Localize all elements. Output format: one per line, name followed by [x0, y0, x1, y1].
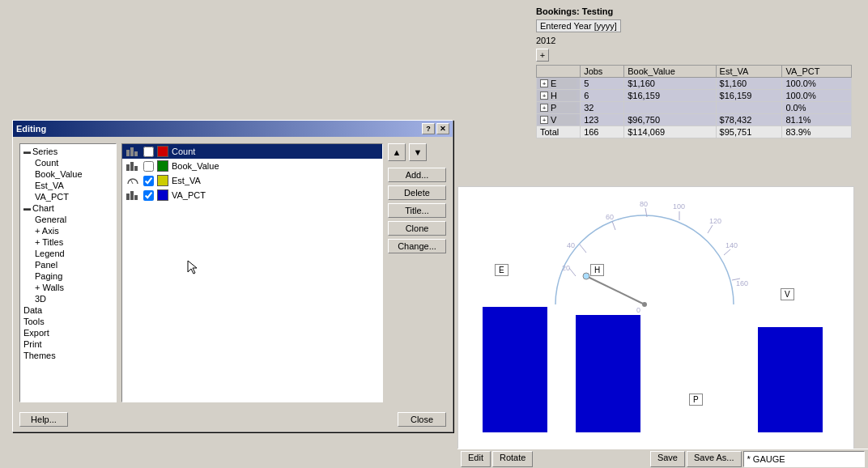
add-button[interactable]: Add... [388, 168, 446, 182]
help-title-btn[interactable]: ? [422, 123, 435, 134]
tree-series-group[interactable]: ▬ Series [22, 146, 114, 157]
row-p-est-va [716, 102, 782, 114]
svg-rect-8 [130, 191, 134, 200]
series-item-va-pct[interactable]: VA_PCT [122, 188, 382, 202]
bottom-toolbar: Edit Rotate Save Save As... [457, 449, 868, 468]
row-h-key: + H [537, 90, 581, 102]
bookings-table: Jobs Book_Value Est_VA VA_PCT + E 5 $1,1… [536, 65, 852, 138]
tree-export[interactable]: Export [22, 327, 114, 338]
series-group-label: Series [32, 147, 57, 156]
svg-rect-2 [134, 151, 138, 156]
total-jobs: 166 [581, 126, 624, 138]
row-e-key: + E [537, 78, 581, 90]
title-button[interactable]: Title... [388, 203, 446, 218]
tree-paging[interactable]: Paging [33, 270, 114, 282]
tree-themes[interactable]: Themes [22, 350, 114, 361]
chart-children: General + Axis + Titles Legend Panel Pag… [22, 214, 114, 304]
move-up-btn[interactable]: ▲ [388, 143, 406, 161]
col-va-pct: VA_PCT [782, 66, 852, 78]
save-btn[interactable]: Save [650, 451, 685, 467]
tree-legend[interactable]: Legend [33, 248, 114, 259]
edit-btn[interactable]: Edit [461, 451, 491, 467]
svg-rect-3 [126, 164, 130, 171]
bar-chart-icon-count [126, 146, 140, 157]
row-h-va-pct: 100.0% [782, 90, 852, 102]
gauge-name-input[interactable] [743, 451, 866, 467]
gauge-icon-est-va [126, 175, 140, 186]
svg-rect-5 [134, 166, 138, 171]
p-label-box: P [689, 394, 703, 406]
tree-va-pct[interactable]: VA_PCT [33, 191, 114, 202]
tree-data[interactable]: Data [22, 304, 114, 316]
col-book-value: Book_Value [624, 66, 716, 78]
va-pct-label: VA_PCT [172, 190, 206, 200]
arrow-buttons: ▲ ▼ [388, 143, 446, 161]
tree-walls[interactable]: + Walls [33, 282, 114, 293]
svg-rect-7 [126, 194, 130, 200]
entered-year-value: 2012 [536, 36, 852, 45]
move-down-btn[interactable]: ▼ [409, 143, 427, 161]
tree-panel[interactable]: Panel [33, 259, 114, 270]
series-expander: ▬ [23, 147, 31, 155]
expand-e[interactable]: + [540, 79, 548, 87]
editing-window: Editing ? ✕ ▬ Series Count Book_Value Es… [12, 120, 453, 432]
count-checkbox[interactable] [143, 147, 154, 157]
chart-area: 20 40 60 80 100 120 140 160 0 E H P V [457, 186, 854, 453]
chart-expander: ▬ [23, 204, 31, 212]
tree-est-va[interactable]: Est_VA [33, 180, 114, 191]
est-va-checkbox[interactable] [143, 176, 154, 186]
expand-p[interactable]: + [540, 104, 548, 112]
row-h-est-va: $16,159 [716, 90, 782, 102]
change-button[interactable]: Change... [388, 239, 446, 253]
table-row-total: Total 166 $114,069 $95,751 83.9% [537, 126, 852, 138]
col-key [537, 66, 581, 78]
rotate-btn[interactable]: Rotate [492, 451, 533, 467]
tree-tools[interactable]: Tools [22, 316, 114, 327]
bar-v [758, 327, 823, 432]
tree-axis[interactable]: + Axis [33, 225, 114, 236]
count-label: Count [172, 147, 195, 156]
window-body: ▬ Series Count Book_Value Est_VA VA_PCT … [13, 137, 453, 409]
bookings-panel: Bookings: Testing Entered Year [yyyy] 20… [536, 6, 852, 138]
series-item-book-value[interactable]: Book_Value [122, 159, 382, 173]
close-button[interactable]: Close [398, 412, 446, 427]
tree-print[interactable]: Print [22, 338, 114, 350]
tree-titles[interactable]: + Titles [33, 236, 114, 248]
va-pct-checkbox[interactable] [143, 190, 154, 201]
tree-chart-group[interactable]: ▬ Chart [22, 202, 114, 214]
help-button[interactable]: Help... [19, 412, 68, 427]
tree-book-value[interactable]: Book_Value [33, 168, 114, 180]
tree-count[interactable]: Count [33, 157, 114, 168]
svg-line-27 [586, 276, 645, 304]
book-value-label: Book_Value [172, 161, 219, 171]
row-e-est-va: $1,160 [716, 78, 782, 90]
tree-panel: ▬ Series Count Book_Value Est_VA VA_PCT … [19, 143, 117, 402]
tree-3d[interactable]: 3D [33, 293, 114, 304]
save-as-btn[interactable]: Save As... [687, 451, 742, 467]
series-list-panel: Count Book_Value [121, 143, 383, 402]
book-value-checkbox[interactable] [143, 161, 154, 172]
add-row-btn[interactable]: + [536, 49, 549, 62]
tree-general[interactable]: General [33, 214, 114, 225]
book-value-color [157, 160, 168, 172]
series-item-est-va[interactable]: Est_VA [122, 173, 382, 188]
close-title-btn[interactable]: ✕ [436, 123, 449, 134]
expand-h[interactable]: + [540, 91, 548, 100]
svg-text:120: 120 [709, 217, 721, 225]
svg-text:100: 100 [673, 202, 685, 211]
svg-line-22 [724, 249, 730, 255]
series-item-count[interactable]: Count [122, 144, 382, 159]
row-e-jobs: 5 [581, 78, 624, 90]
row-v-key: + V [537, 114, 581, 126]
row-p-book-value [624, 102, 716, 114]
svg-text:140: 140 [725, 241, 738, 249]
clone-button[interactable]: Clone [388, 221, 446, 236]
expand-v[interactable]: + [540, 116, 548, 124]
total-label: Total [537, 126, 581, 138]
bar-h [576, 315, 640, 432]
svg-text:160: 160 [736, 279, 748, 287]
row-v-est-va: $78,432 [716, 114, 782, 126]
svg-text:60: 60 [606, 213, 614, 221]
delete-button[interactable]: Delete [388, 185, 446, 200]
window-footer: Help... Close [13, 409, 453, 432]
